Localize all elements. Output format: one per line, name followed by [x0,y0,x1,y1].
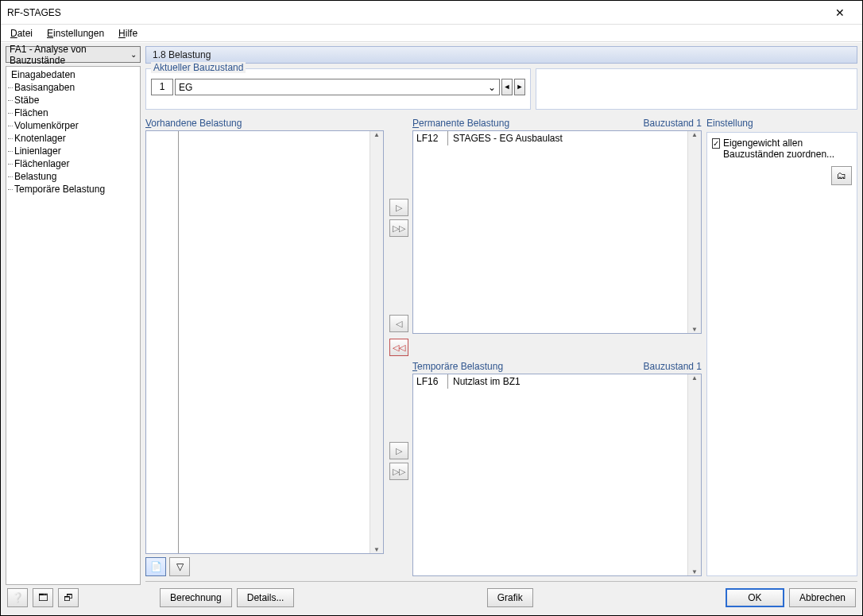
sidebar: FA1 - Analyse von Bauzustände ⌄ Einagabe… [6,46,141,585]
move-col-bottom: ▷ ▷▷ [389,361,409,577]
bauzustand-select-text: EG [179,82,192,93]
checkbox-icon: ✓ [712,138,720,149]
list-item[interactable]: LF12 STAGES - EG Ausbaulast [413,131,687,145]
list-item[interactable]: LF16 Nutzlast im BZ1 [413,374,687,389]
ok-button[interactable]: OK [726,588,784,607]
grafik-button[interactable]: Grafik [487,588,533,607]
settings-label: Einstellung [706,118,857,129]
main: 1.8 Belastung Aktueller Bauzustand 1 EG … [145,46,857,585]
tree-item[interactable]: Flächenlager [6,157,140,170]
list-tool-filter[interactable]: ▽ [169,557,190,576]
window-title: RF-STAGES [7,7,824,18]
analysis-combo-text: FA1 - Analyse von Bauzustände [10,44,130,66]
perm-load-list[interactable]: LF12 STAGES - EG Ausbaulast [412,130,702,334]
tree-item[interactable]: Temporäre Belastung [6,183,140,196]
available-load-list[interactable] [145,130,384,554]
bauzustand-select[interactable]: EG ⌄ [175,79,500,95]
titlebar: RF-STAGES ✕ [1,1,862,25]
bauzustand-number[interactable]: 1 [151,79,173,95]
temp-load-header: Temporäre Belastung Bauzustand 1 [412,361,702,372]
tree-item[interactable]: Volumenkörper [6,119,140,132]
chevron-down-icon: ⌄ [488,82,496,93]
empty-panel [536,68,857,110]
temp-load-list[interactable]: LF16 Nutzlast im BZ1 [412,374,702,577]
calc-button[interactable]: Berechnung [160,588,232,607]
move-left[interactable]: ◁ [389,315,408,332]
close-icon[interactable]: ✕ [824,6,856,19]
perm-load-header: Permanente Belastung Bauzustand 1 [412,118,702,129]
cancel-button[interactable]: Abbrechen [789,588,856,607]
page-title: 1.8 Belastung [145,46,857,64]
bottombar: ❔ 🗔 🗗 Berechnung Details... Grafik OK Ab… [1,585,862,615]
scrollbar[interactable] [687,131,701,333]
move-right[interactable]: ▷ [389,199,408,216]
assign-selfweight-label: Eigengewicht allen Bauzuständen zuordnen… [723,138,852,160]
scrollbar[interactable] [370,131,383,553]
bauzustand-next[interactable]: ► [514,79,525,95]
tree-item[interactable]: Stäbe [6,94,140,107]
move-right-all[interactable]: ▷▷ [389,219,408,237]
list-tool-doc[interactable]: 📄 [145,557,166,576]
window: RF-STAGES ✕ Datei Einstellungen Hilfe FA… [0,0,863,616]
menu-help[interactable]: Hilfe [112,26,144,41]
perm-load-col: Permanente Belastung Bauzustand 1 LF12 S… [412,118,702,334]
tree-item[interactable]: Knotenlager [6,132,140,145]
tool-a-button[interactable]: 🗔 [33,588,53,607]
assign-selfweight-checkbox[interactable]: ✓ Eigengewicht allen Bauzuständen zuordn… [712,138,852,160]
move-left-all[interactable]: ◁◁ [389,339,408,356]
tree-item[interactable]: Basisangaben [6,81,140,94]
bauzustand-group: Aktueller Bauzustand 1 EG ⌄ ◄ ► [145,68,531,110]
scrollbar[interactable] [687,374,701,576]
tree-item[interactable]: Belastung [6,170,140,183]
move-right-all-temp[interactable]: ▷▷ [389,463,408,480]
separator [145,581,857,582]
chevron-down-icon: ⌄ [130,50,137,59]
menu-settings[interactable]: Einstellungen [41,26,110,41]
tree-item[interactable]: Linienlager [6,145,140,157]
menubar: Datei Einstellungen Hilfe [1,25,862,42]
move-col-top: ▷ ▷▷ ◁ [389,118,409,334]
temp-load-col: Temporäre Belastung Bauzustand 1 LF16 Nu… [412,361,702,577]
nav-tree: Einagabedaten Basisangaben Stäbe Flächen… [6,66,141,585]
move-right-temp[interactable]: ▷ [389,442,408,459]
help-button[interactable]: ❔ [7,588,28,607]
body: FA1 - Analyse von Bauzustände ⌄ Einagabe… [1,42,862,585]
available-load-col: Vorhandene Belastung 📄 ▽ [145,118,384,576]
settings-tool-button[interactable]: 🗂 [831,166,852,185]
analysis-combo[interactable]: FA1 - Analyse von Bauzustände ⌄ [6,46,141,63]
tool-b-button[interactable]: 🗗 [58,588,79,607]
tree-root[interactable]: Einagabedaten [6,68,140,81]
settings-box: ✓ Eigengewicht allen Bauzuständen zuordn… [706,132,857,576]
settings-col: Einstellung ✓ Eigengewicht allen Bauzust… [706,118,857,576]
bauzustand-label: Aktueller Bauzustand [151,62,246,73]
details-button[interactable]: Details... [237,588,295,607]
tree-item[interactable]: Flächen [6,107,140,119]
bauzustand-prev[interactable]: ◄ [501,79,513,95]
menu-file[interactable]: Datei [4,26,39,41]
available-load-label: Vorhandene Belastung [145,118,384,129]
